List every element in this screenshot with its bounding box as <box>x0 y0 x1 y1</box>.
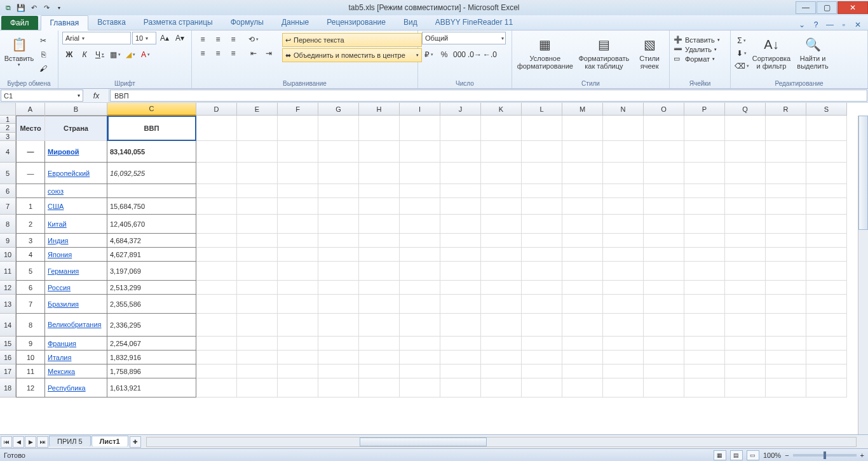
column-header[interactable]: O <box>644 103 684 116</box>
cell[interactable]: 1,758,896 <box>107 364 196 378</box>
cell[interactable]: Германия <box>45 262 107 281</box>
file-tab[interactable]: Файл <box>1 16 38 30</box>
cell[interactable]: Великобритания <box>45 314 107 337</box>
cell[interactable] <box>766 198 806 215</box>
cell[interactable] <box>237 248 278 262</box>
cell[interactable] <box>766 141 806 163</box>
row-header[interactable]: 11 <box>0 262 16 281</box>
cell[interactable] <box>400 295 440 314</box>
cell[interactable]: Мексика <box>45 364 107 378</box>
vertical-scrollbar[interactable] <box>858 116 868 434</box>
cell[interactable] <box>684 141 725 163</box>
sheet-next-icon[interactable]: ▶ <box>25 436 36 448</box>
cell[interactable] <box>806 141 847 163</box>
cell[interactable] <box>359 141 400 163</box>
cell[interactable] <box>766 163 806 184</box>
cell[interactable] <box>522 378 562 398</box>
cell[interactable] <box>481 262 522 281</box>
cell[interactable] <box>278 215 318 234</box>
zoom-slider[interactable] <box>793 454 857 457</box>
cell[interactable] <box>766 248 806 262</box>
cell[interactable] <box>725 163 766 184</box>
sheet-prev-icon[interactable]: ◀ <box>13 436 24 448</box>
cell[interactable] <box>440 262 481 281</box>
cell[interactable] <box>684 116 725 141</box>
wrap-text-button[interactable]: ↩ Перенос текста <box>282 33 422 47</box>
cell[interactable] <box>278 378 318 398</box>
cell[interactable] <box>522 184 562 198</box>
column-header[interactable]: I <box>400 103 440 116</box>
cell[interactable] <box>318 262 359 281</box>
cell[interactable] <box>725 262 766 281</box>
cell[interactable] <box>725 378 766 398</box>
row-header[interactable]: 9 <box>0 234 16 248</box>
cell[interactable] <box>522 234 562 248</box>
cell[interactable]: 4 <box>16 248 45 262</box>
normal-view-icon[interactable]: ▦ <box>714 450 726 460</box>
cell[interactable]: Италия <box>45 351 107 364</box>
cell[interactable] <box>440 215 481 234</box>
cell[interactable] <box>278 184 318 198</box>
cell[interactable] <box>806 378 847 398</box>
cell[interactable]: — <box>16 163 45 184</box>
cell[interactable] <box>237 295 278 314</box>
format-cells-button[interactable]: ▭Формат▾ <box>674 55 720 63</box>
cell[interactable] <box>196 234 237 248</box>
cell[interactable] <box>318 248 359 262</box>
cell[interactable] <box>359 281 400 295</box>
italic-button[interactable]: К <box>78 48 92 61</box>
cut-icon[interactable]: ✂ <box>37 34 50 47</box>
scrollbar-thumb[interactable] <box>858 116 868 230</box>
cell[interactable] <box>196 314 237 337</box>
cell[interactable] <box>684 163 725 184</box>
cell[interactable]: ВВП <box>107 116 196 141</box>
cell[interactable] <box>481 116 522 141</box>
cell[interactable] <box>400 163 440 184</box>
cell[interactable] <box>562 184 603 198</box>
cell[interactable] <box>237 337 278 351</box>
cell[interactable] <box>684 364 725 378</box>
cell[interactable] <box>725 198 766 215</box>
cell[interactable] <box>237 116 278 141</box>
align-right-icon[interactable]: ≡ <box>226 47 240 60</box>
zoom-out-icon[interactable]: − <box>785 451 789 459</box>
cell[interactable] <box>644 351 684 364</box>
row-header[interactable]: 8 <box>0 215 16 234</box>
cell[interactable] <box>684 351 725 364</box>
column-header[interactable]: S <box>806 103 847 116</box>
cell[interactable] <box>400 141 440 163</box>
cell[interactable] <box>16 184 45 198</box>
cell[interactable] <box>359 163 400 184</box>
cell[interactable] <box>318 351 359 364</box>
cell[interactable] <box>725 351 766 364</box>
cell[interactable] <box>481 378 522 398</box>
cell[interactable] <box>806 281 847 295</box>
align-top-icon[interactable]: ≡ <box>196 33 210 46</box>
cell[interactable] <box>237 281 278 295</box>
decrease-font-icon[interactable]: A▾ <box>173 32 187 44</box>
cell[interactable] <box>196 281 237 295</box>
cell[interactable] <box>522 198 562 215</box>
merge-center-button[interactable]: ⬌ Объединить и поместить в центре ▾ <box>282 48 422 62</box>
cell[interactable] <box>522 141 562 163</box>
cell[interactable] <box>684 234 725 248</box>
cell[interactable] <box>603 281 644 295</box>
cell[interactable] <box>725 281 766 295</box>
column-header[interactable]: M <box>562 103 603 116</box>
cell[interactable] <box>318 314 359 337</box>
row-header[interactable]: 12 <box>0 281 16 295</box>
cell[interactable] <box>644 262 684 281</box>
cell[interactable] <box>237 378 278 398</box>
cell[interactable] <box>644 364 684 378</box>
cell[interactable] <box>684 215 725 234</box>
cell[interactable] <box>644 295 684 314</box>
accounting-format-icon[interactable]: ₽ <box>422 48 436 61</box>
cell[interactable] <box>562 163 603 184</box>
cell[interactable] <box>766 262 806 281</box>
cell[interactable] <box>278 351 318 364</box>
cell[interactable] <box>318 141 359 163</box>
cell[interactable] <box>278 116 318 141</box>
cell[interactable]: 12,405,670 <box>107 215 196 234</box>
column-header[interactable]: B <box>45 103 107 116</box>
cell[interactable] <box>644 215 684 234</box>
